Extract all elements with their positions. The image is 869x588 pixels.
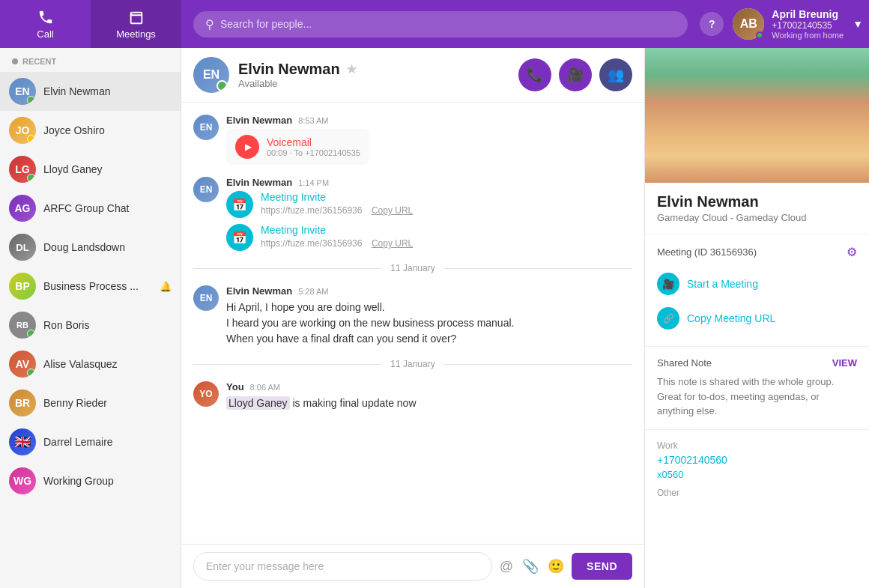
- sidebar-item-joyce-oshiro[interactable]: JO Joyce Oshiro: [0, 111, 181, 150]
- date-line-left-2: [193, 364, 381, 365]
- recent-label: RECENT: [0, 48, 181, 72]
- top-bar: Call Meetings ⚲ ? AB April Breunig +1700…: [0, 0, 869, 48]
- msg-sender-2: Elvin Newman: [226, 177, 292, 188]
- meeting-info-2: Meeting Invite https://fuze.me/36156936 …: [261, 224, 413, 249]
- contact-name-doug-landsdown: Doug Landsdown: [43, 241, 172, 253]
- msg-header-3: Elvin Newman 5:28 AM: [226, 285, 632, 297]
- profile-photo-image: [645, 48, 869, 183]
- avatar-doug-landsdown: DL: [9, 234, 36, 261]
- user-info[interactable]: AB April Breunig +17002140535 Working fr…: [733, 8, 844, 40]
- sidebar: RECENT EN Elvin Newman JO Joyce Oshiro L…: [0, 48, 181, 588]
- contact-name-elvin-newman: Elvin Newman: [43, 85, 172, 97]
- view-note-button[interactable]: VIEW: [832, 357, 857, 369]
- user-text: April Breunig +17002140535 Working from …: [772, 8, 844, 40]
- chat-header-avatar: EN: [193, 57, 229, 93]
- copy-url-button-1[interactable]: Copy URL: [372, 205, 413, 216]
- search-icon: ⚲: [205, 17, 214, 31]
- msg-sender-1: Elvin Newman: [226, 115, 292, 126]
- meeting-title-2[interactable]: Meeting Invite: [261, 224, 413, 236]
- search-input[interactable]: [220, 18, 676, 30]
- msg-content-3: Elvin Newman 5:28 AM Hi April, I hope yo…: [226, 285, 632, 347]
- voicemail-play-button[interactable]: ▶: [235, 135, 259, 159]
- avatar-elvin-newman: EN: [9, 78, 36, 105]
- meeting-url-row-1: https://fuze.me/36156936 Copy URL: [261, 203, 413, 216]
- copy-meeting-url-label: Copy Meeting URL: [687, 312, 775, 324]
- meeting-title-1[interactable]: Meeting Invite: [261, 191, 413, 203]
- meetings-tab[interactable]: Meetings: [91, 0, 181, 48]
- people-button[interactable]: 👥: [599, 58, 632, 91]
- user-status: Working from home: [772, 31, 844, 40]
- meeting-settings-gear-icon[interactable]: ⚙: [847, 245, 857, 259]
- meeting-item-1: 📅 Meeting Invite https://fuze.me/3615693…: [226, 191, 632, 218]
- message-group-2: EN Elvin Newman 1:14 PM 📅 Meeting Invite: [193, 177, 632, 251]
- sidebar-item-darrel-lemaire[interactable]: 🇬🇧 Darrel Lemaire: [0, 422, 181, 461]
- chat-contact-name: Elvin Newman ★: [238, 61, 518, 78]
- emoji-icon[interactable]: 🙂: [548, 558, 564, 575]
- msg-time-2: 1:14 PM: [298, 178, 329, 187]
- msg-header-4: You 8:06 AM: [226, 381, 632, 392]
- avatar-ron-boris: RB: [9, 312, 36, 339]
- sidebar-item-working-group[interactable]: WG Working Group: [0, 461, 181, 500]
- msg-avatar-2: EN: [193, 177, 219, 202]
- sidebar-item-business-process[interactable]: BP Business Process ... 🔔: [0, 267, 181, 306]
- message-input[interactable]: [193, 552, 492, 581]
- attachment-icon[interactable]: 📎: [522, 558, 539, 575]
- audio-call-button[interactable]: 📞: [518, 58, 551, 91]
- contact-name-alise-valasquez: Alise Valasquez: [43, 358, 172, 370]
- msg-time-4: 8:06 AM: [250, 383, 280, 392]
- contact-name-working-group: Working Group: [43, 475, 172, 487]
- msg-content-2: Elvin Newman 1:14 PM 📅 Meeting Invite ht…: [226, 177, 632, 251]
- input-icons: @ 📎 🙂: [500, 558, 564, 575]
- sidebar-item-lloyd-ganey[interactable]: LG Lloyd Ganey: [0, 150, 181, 189]
- message-group-1: EN Elvin Newman 8:53 AM ▶ Voicemail 00:0…: [193, 115, 632, 165]
- work-phone[interactable]: +17002140560: [657, 454, 857, 466]
- avatar-benny-rieder: BR: [9, 390, 36, 416]
- help-button[interactable]: ?: [700, 12, 724, 36]
- voicemail-detail: 00:09 · To +17002140535: [267, 148, 360, 157]
- sidebar-item-elvin-newman[interactable]: EN Elvin Newman: [0, 72, 181, 111]
- send-button[interactable]: SEND: [572, 553, 632, 580]
- message-group-4: YO You 8:06 AM Lloyd Ganey is making fin…: [193, 381, 632, 411]
- right-panel: Elvin Newman Gameday Cloud - Gameday Clo…: [644, 48, 869, 588]
- copy-meeting-url-action[interactable]: 🔗 Copy Meeting URL: [657, 301, 857, 336]
- sidebar-item-arfc-group[interactable]: AG ARFC Group Chat: [0, 189, 181, 228]
- meeting-url-row-2: https://fuze.me/36156936 Copy URL: [261, 236, 413, 249]
- avatar-alise-valasquez: AV: [9, 351, 36, 378]
- voicemail-label: Voicemail: [267, 136, 360, 148]
- sidebar-item-doug-landsdown[interactable]: DL Doug Landsdown: [0, 228, 181, 267]
- profile-info: Elvin Newman Gameday Cloud - Gameday Clo…: [645, 183, 869, 234]
- user-name: April Breunig: [772, 8, 844, 20]
- at-mention-icon[interactable]: @: [500, 559, 513, 575]
- msg-text-3: Hi April, I hope you are doing well. I h…: [226, 300, 632, 347]
- contact-name-business-process: Business Process ...: [43, 280, 152, 292]
- video-call-button[interactable]: 🎥: [559, 58, 592, 91]
- shared-note-header: Shared Note VIEW: [657, 357, 857, 369]
- search-bar[interactable]: ⚲: [193, 11, 688, 37]
- favorite-star-icon[interactable]: ★: [346, 62, 357, 76]
- user-dropdown-chevron[interactable]: ▼: [853, 18, 863, 30]
- work-extension[interactable]: x0560: [657, 469, 857, 480]
- msg-content-1: Elvin Newman 8:53 AM ▶ Voicemail 00:09 ·…: [226, 115, 632, 165]
- sidebar-item-benny-rieder[interactable]: BR Benny Rieder: [0, 384, 181, 422]
- chat-area: EN Elvin Newman ★ Available 📞 🎥 👥 EN: [181, 48, 644, 588]
- play-icon: ▶: [245, 142, 252, 152]
- copy-url-icon: 🔗: [657, 307, 679, 330]
- sidebar-item-alise-valasquez[interactable]: AV Alise Valasquez: [0, 345, 181, 384]
- meeting-section-title: Meeting (ID 36156936): [657, 246, 757, 258]
- chat-messages: EN Elvin Newman 8:53 AM ▶ Voicemail 00:0…: [181, 103, 644, 544]
- date-text-2: 11 January: [381, 359, 443, 369]
- profile-photo: [645, 48, 869, 183]
- avatar-darrel-lemaire: 🇬🇧: [9, 428, 36, 455]
- contact-name-joyce-oshiro: Joyce Oshiro: [43, 124, 172, 136]
- contact-name-darrel-lemaire: Darrel Lemaire: [43, 436, 172, 448]
- sidebar-item-ron-boris[interactable]: RB Ron Boris: [0, 306, 181, 345]
- msg-content-4: You 8:06 AM Lloyd Ganey is making final …: [226, 381, 632, 411]
- date-line-right-2: [444, 364, 632, 365]
- copy-url-button-2[interactable]: Copy URL: [372, 238, 413, 249]
- msg-time-1: 8:53 AM: [298, 116, 328, 125]
- start-meeting-action[interactable]: 🎥 Start a Meeting: [657, 267, 857, 301]
- notification-bell-icon: 🔔: [160, 281, 172, 292]
- contact-name-arfc-group: ARFC Group Chat: [43, 202, 172, 214]
- date-text-1: 11 January: [381, 263, 443, 273]
- call-tab[interactable]: Call: [0, 0, 91, 48]
